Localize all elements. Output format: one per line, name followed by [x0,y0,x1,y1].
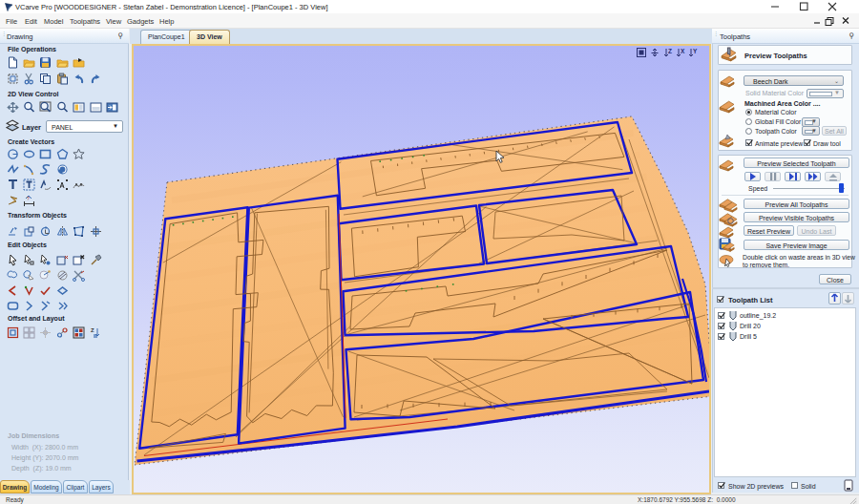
svg-text:X: X [681,48,685,54]
svg-text:Z: Z [91,327,94,333]
svg-text:?: ? [27,196,30,201]
svg-text:Y: Y [693,48,698,54]
svg-text:Z: Z [668,48,672,54]
